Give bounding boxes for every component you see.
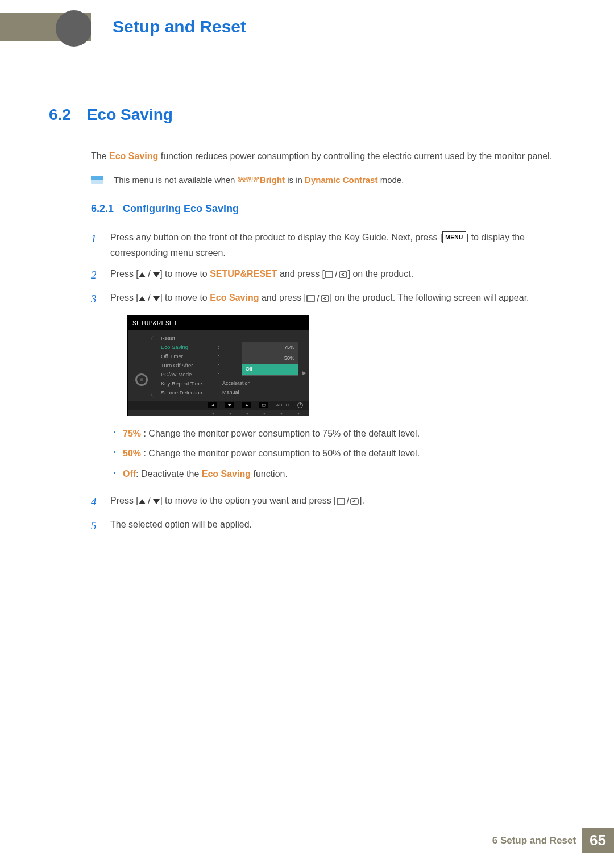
osd-curve [151, 335, 160, 398]
subsection-number: 6.2.1 [91, 203, 114, 215]
dynamic-contrast-label: Dynamic Contrast [305, 175, 377, 185]
arrow-up-icon [139, 296, 146, 301]
enter-icons: / [337, 493, 359, 509]
arrow-up-icon [139, 272, 146, 277]
page-number: 65 [582, 828, 614, 853]
osd-title: SETUP&RESET [128, 316, 309, 330]
mark-icon: ▾ [226, 410, 235, 416]
section-title: Eco Saving [87, 106, 173, 124]
setup-reset-label: SETUP&RESET [210, 269, 277, 279]
svg-rect-3 [321, 296, 329, 301]
note-pre: This menu is not available when [114, 175, 238, 185]
svg-rect-1 [339, 272, 347, 277]
option-75: 75% : Change the monitor power consumpti… [110, 426, 561, 441]
section-heading: 6.2 Eco Saving [49, 106, 561, 124]
osd-popup-75: 75% [242, 342, 298, 353]
svg-rect-5 [337, 499, 345, 504]
note-icon [91, 176, 103, 184]
option-off: Off: Deactivate the Eco Saving function. [110, 467, 561, 481]
osd-enter-icon [259, 402, 268, 408]
note-row: This menu is not available when SAMSUNGM… [91, 175, 561, 185]
mark-icon: ▾ [209, 410, 218, 416]
step-number: 5 [91, 517, 99, 535]
chevron-right-icon: ▶ [302, 369, 306, 377]
enter-icons: / [325, 267, 347, 282]
step-1: 1 Press any button on the front of the p… [91, 230, 561, 260]
note-mid: is in [285, 175, 305, 185]
step-body: Press [ / ] to move to Eco Saving and pr… [110, 290, 561, 487]
subsection-heading: 6.2.1 Configuring Eco Saving [91, 203, 561, 215]
arrow-down-icon [153, 499, 160, 504]
arrow-down-icon [153, 296, 160, 301]
chapter-circle-icon [56, 10, 92, 47]
menu-button-icon: MENU [442, 231, 466, 243]
step-2: 2 Press [ / ] to move to SETUP&RESET and… [91, 266, 561, 284]
osd-screenshot: SETUP&RESET Reset Eco Saving: Off Timer:… [127, 315, 561, 416]
step-body: Press any button on the front of the pro… [110, 230, 561, 260]
chapter-title: Setup and Reset [113, 17, 246, 36]
step-number: 2 [91, 266, 99, 284]
page-footer: 6 Setup and Reset 65 [492, 828, 614, 853]
step-body: Press [ / ] to move to the option you wa… [110, 493, 561, 511]
step-5: 5 The selected option will be applied. [91, 517, 561, 535]
power-icon [297, 402, 303, 408]
option-50: 50% : Change the monitor power consumpti… [110, 446, 561, 461]
eco-saving-label: Eco Saving [210, 293, 259, 302]
note-text: This menu is not available when SAMSUNGM… [114, 175, 404, 185]
osd-auto-label: AUTO [276, 402, 289, 409]
svg-rect-6 [351, 499, 358, 504]
arrow-up-icon [139, 499, 146, 504]
chapter-title-strip: Setup and Reset [91, 13, 614, 41]
osd-button-marks: ▾▾▾▾▾▾ [128, 410, 309, 416]
step-number: 1 [91, 230, 99, 260]
step-body: The selected option will be applied. [110, 517, 561, 535]
mark-icon: ▾ [243, 410, 252, 416]
osd-back-icon [208, 402, 217, 408]
osd-item-src: Source Detection:Manual [155, 388, 305, 397]
step-body: Press [ / ] to move to SETUP&RESET and p… [110, 266, 561, 284]
gear-icon [135, 373, 148, 386]
osd-popup-off: Off [242, 364, 298, 375]
section-number: 6.2 [49, 106, 71, 124]
note-post: mode. [377, 175, 404, 185]
osd-popup-50: 50% [242, 353, 298, 364]
osd-popup: 75% 50% Off [242, 342, 298, 376]
mark-icon: ▾ [277, 410, 286, 416]
mark-icon: ▾ [294, 410, 303, 416]
step-number: 4 [91, 493, 99, 511]
intro-paragraph: The Eco Saving function reduces power co… [91, 149, 561, 164]
subsection-title: Configuring Eco Saving [123, 203, 239, 215]
feature-name: Eco Saving [109, 151, 158, 161]
svg-rect-4 [262, 404, 265, 406]
osd-up-icon [242, 402, 251, 408]
arrow-down-icon [153, 272, 160, 277]
intro-prefix: The [91, 151, 109, 161]
enter-icons: / [306, 291, 329, 306]
steps-list: 1 Press any button on the front of the p… [91, 230, 561, 535]
osd-item-krt: Key Repeat Time:Acceleration [155, 379, 305, 388]
options-list: 75% : Change the monitor power consumpti… [110, 426, 561, 481]
svg-rect-0 [325, 272, 333, 277]
step-number: 3 [91, 290, 99, 487]
bright-label: Bright [260, 175, 285, 185]
footer-chapter: 6 Setup and Reset [492, 835, 576, 846]
mark-icon: ▾ [260, 410, 269, 416]
svg-rect-2 [307, 296, 314, 301]
osd-down-icon [225, 402, 234, 408]
osd-bottom-bar: AUTO [128, 401, 309, 410]
samsung-magic-logo: SAMSUNGMAGIC [238, 178, 260, 183]
step-4: 4 Press [ / ] to move to the option you … [91, 493, 561, 511]
intro-suffix: function reduces power consumption by co… [158, 151, 552, 161]
step-3: 3 Press [ / ] to move to Eco Saving and … [91, 290, 561, 487]
